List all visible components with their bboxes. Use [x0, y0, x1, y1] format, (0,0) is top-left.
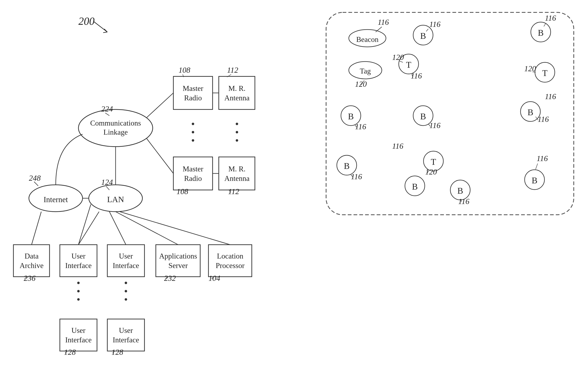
ref-248: 248 [29, 174, 41, 182]
master-radio-1-label2: Radio [184, 94, 202, 102]
ref-128-2: 128 [112, 348, 123, 356]
svg-point-65 [236, 131, 238, 133]
svg-point-62 [192, 131, 194, 133]
b-circle-8: B [457, 186, 463, 195]
svg-point-80 [125, 282, 127, 284]
data-archive-label: Data [24, 252, 39, 260]
svg-rect-87 [60, 319, 97, 351]
data-archive-label2: Archive [20, 261, 44, 270]
svg-text:116: 116 [545, 92, 556, 101]
svg-point-77 [77, 290, 80, 292]
svg-text:116: 116 [538, 115, 549, 123]
user-interface-4-label: User [119, 326, 133, 335]
svg-rect-67 [173, 157, 213, 190]
svg-point-78 [77, 298, 80, 301]
master-radio-2-label2: Radio [184, 174, 202, 183]
svg-text:116: 116 [355, 122, 366, 131]
ref-116-beacon: 116 [378, 18, 389, 26]
svg-rect-89 [107, 319, 144, 351]
mr-antenna-2-label: M. R. [228, 165, 245, 173]
svg-rect-83 [156, 245, 200, 277]
svg-text:116: 116 [429, 20, 440, 28]
svg-rect-79 [107, 245, 144, 277]
user-interface-4-label2: Interface [113, 336, 139, 344]
ref-224: 224 [101, 104, 113, 113]
svg-rect-85 [208, 245, 252, 277]
svg-rect-73 [13, 245, 49, 277]
t-circle-2: T [542, 68, 547, 78]
svg-text:116: 116 [458, 197, 469, 206]
svg-point-81 [125, 290, 127, 292]
svg-text:120: 120 [392, 53, 404, 62]
mr-antenna-2-label2: Antenna [224, 174, 249, 183]
ref-112-2: 112 [228, 187, 239, 196]
b-circle-5: B [527, 108, 533, 117]
comm-linkage-label2: Linkage [103, 128, 128, 136]
svg-rect-57 [219, 76, 255, 109]
user-interface-3-label: User [71, 326, 86, 335]
ref-112-1: 112 [227, 66, 238, 74]
location-processor-label: Location [217, 252, 243, 260]
user-interface-2-label: User [119, 252, 133, 260]
svg-text:120: 120 [524, 64, 536, 73]
svg-point-76 [77, 282, 80, 284]
b-circle-6: B [344, 161, 350, 171]
svg-rect-55 [173, 76, 213, 109]
svg-text:116: 116 [537, 154, 548, 163]
svg-point-66 [236, 139, 238, 142]
mr-antenna-1-label: M. R. [228, 84, 245, 93]
user-interface-1-label: User [71, 252, 86, 260]
ref-104: 104 [208, 274, 220, 283]
svg-point-82 [125, 298, 127, 301]
b-circle-7: B [412, 182, 418, 192]
svg-point-64 [236, 123, 238, 125]
svg-text:116: 116 [392, 142, 403, 150]
ref-232: 232 [164, 274, 176, 283]
svg-rect-75 [60, 245, 97, 277]
diagram-title: 200 [78, 15, 94, 27]
t-circle-1: T [406, 60, 411, 70]
svg-rect-69 [219, 157, 255, 190]
diagram-container: 200 Beacon 116 B 116 B 116 Tag 120 T 116… [0, 0, 588, 388]
t-circle-3: T [431, 157, 436, 167]
b-circle-9: B [532, 176, 538, 185]
location-processor-label2: Processor [216, 261, 245, 270]
master-radio-2-label: Master [183, 165, 203, 173]
ref-124: 124 [101, 178, 113, 187]
b-circle-2: B [538, 28, 544, 38]
internet-label: Internet [44, 195, 68, 204]
beacon-label: Beacon [356, 35, 379, 44]
ref-108-1: 108 [179, 66, 190, 74]
svg-text:120: 120 [425, 168, 437, 176]
comm-linkage-label: Communications [90, 119, 141, 127]
b-circle-3: B [348, 112, 354, 121]
ref-108-2: 108 [177, 187, 188, 196]
user-interface-3-label2: Interface [65, 336, 92, 344]
user-interface-1-label2: Interface [65, 261, 92, 270]
svg-text:116: 116 [429, 121, 440, 130]
lan-label: LAN [107, 195, 124, 204]
applications-server-label2: Server [168, 261, 188, 270]
b-circle-1: B [420, 31, 426, 41]
svg-point-61 [192, 123, 194, 125]
mr-antenna-1-label2: Antenna [224, 94, 249, 102]
b-circle-4: B [420, 112, 426, 121]
master-radio-1-label: Master [183, 84, 203, 93]
tag-label: Tag [360, 67, 371, 75]
applications-server-label: Applications [159, 252, 197, 260]
ref-128-1: 128 [64, 348, 76, 356]
user-interface-2-label2: Interface [113, 261, 139, 270]
svg-point-63 [192, 139, 194, 142]
svg-text:116: 116 [545, 14, 556, 22]
